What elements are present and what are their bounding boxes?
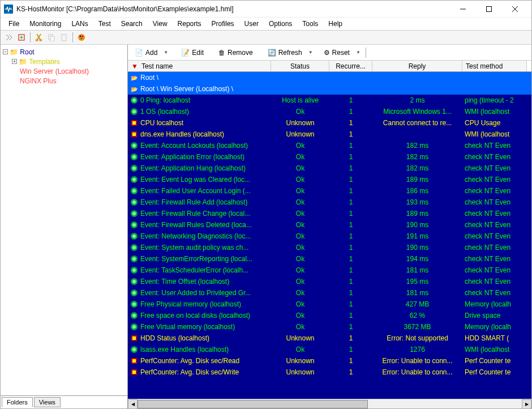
tree-winserver[interactable]: Win Server (Localhost) [3, 66, 125, 76]
row-name: Free Physical memory (localhost) [140, 300, 241, 308]
table-row[interactable]: Event: Account Lockouts (localhost)Ok118… [128, 140, 531, 151]
tb-copy-icon[interactable] [45, 32, 58, 42]
row-method: check NT Even [462, 232, 527, 240]
collapse-icon[interactable]: − [3, 49, 8, 54]
menu-test[interactable]: Test [94, 19, 115, 29]
row-reply: 182 ms [372, 164, 462, 172]
menu-profiles[interactable]: Profiles [207, 19, 239, 29]
table-row[interactable]: Event: Event Log was Cleared (loc...Ok11… [128, 174, 531, 185]
menu-help[interactable]: Help [324, 19, 347, 29]
edit-button[interactable]: 📝 Edit [178, 48, 207, 58]
table-row[interactable]: 1 OS (localhost)Ok1Microsoft Windows 1..… [128, 106, 531, 117]
tb-cut-icon[interactable] [33, 32, 45, 42]
table-row[interactable]: Event: Firewall Rule Add (localhost)Ok11… [128, 197, 531, 208]
table-row[interactable]: dns.exe Handles (localhost)Unknown1WMI (… [128, 129, 531, 140]
table-row[interactable]: Event: User Added to Privileged Gr...Ok1… [128, 287, 531, 299]
scroll-right-button[interactable]: ▶ [522, 399, 531, 409]
tb-paste-icon[interactable] [58, 32, 70, 42]
col-reply[interactable]: Reply [372, 61, 462, 71]
col-status[interactable]: Status [271, 61, 329, 71]
col-recurrence[interactable]: Recurre... [329, 61, 372, 71]
row-name: PerfCounter: Avg. Disk sec/Write [140, 368, 239, 376]
tab-views[interactable]: Views [34, 397, 61, 407]
row-status: Ok [271, 278, 329, 286]
refresh-button[interactable]: 🔄 Refresh [264, 48, 306, 58]
table-row[interactable]: PerfCounter: Avg. Disk sec/ReadUnknown1E… [128, 355, 531, 367]
status-icon [130, 210, 138, 218]
remove-button[interactable]: 🗑 Remove [215, 48, 256, 58]
table-row[interactable]: Event: Firewall Rule Change (local...Ok1… [128, 208, 531, 219]
add-button[interactable]: 📄 Add [131, 48, 161, 58]
table-row[interactable]: Event: Firewall Rules Deleted (loca...Ok… [128, 219, 531, 231]
row-status: Ok [271, 210, 329, 218]
table-row[interactable]: Event: SystemErrorReporting (local...Ok1… [128, 253, 531, 265]
table-row[interactable]: Event: Application Error (localhost)Ok11… [128, 151, 531, 163]
table-row[interactable]: Event: Networking Diagnostics (loc...Ok1… [128, 231, 531, 242]
table-row[interactable]: 0 Ping: localhostHost is alive12 msping … [128, 95, 531, 106]
row-name: dns.exe Handles (localhost) [140, 130, 224, 138]
table-row[interactable]: Event: Application Hang (localhost)Ok118… [128, 163, 531, 174]
row-name: Event: Firewall Rule Add (localhost) [140, 198, 247, 206]
row-method: check NT Even [462, 164, 527, 172]
table-row[interactable]: CPU localhostUnknown1Cannot connect to r… [128, 117, 531, 129]
table-row[interactable]: lsass.exe Handles (localhost)Ok11276WMI … [128, 344, 531, 355]
status-icon [130, 357, 138, 365]
table-row[interactable]: Event: Time Offset (localhost)Ok1195 msc… [128, 276, 531, 287]
table-row[interactable]: PerfCounter: Avg. Disk sec/WriteUnknown1… [128, 367, 531, 378]
row-status: Ok [271, 198, 329, 206]
tree-root[interactable]: − 📁 Root [3, 47, 125, 57]
table-row[interactable]: Free Physical memory (localhost)Ok1427 M… [128, 299, 531, 310]
reset-button[interactable]: ⚙ Reset [320, 48, 353, 58]
refresh-dropdown[interactable]: ▼ [307, 50, 315, 55]
menu-reports[interactable]: Reports [173, 19, 206, 29]
menu-lans[interactable]: LANs [67, 19, 92, 29]
tb-palette-icon[interactable] [75, 32, 88, 42]
svg-point-57 [132, 325, 136, 329]
menu-options[interactable]: Options [264, 19, 297, 29]
add-dropdown[interactable]: ▼ [162, 50, 170, 55]
table-row[interactable]: 📂Root \ Win Server (Localhost) \ [128, 83, 531, 95]
right-pane: 📄 Add ▼ 📝 Edit 🗑 Remove 🔄 Refresh ▼ [128, 45, 531, 408]
minimize-button[interactable] [450, 1, 476, 18]
row-reply: 182 ms [372, 153, 462, 161]
menubar: File Monitoring LANs Test Search View Re… [1, 18, 531, 30]
scroll-thumb[interactable] [138, 400, 368, 408]
table-row[interactable]: Free space on local disks (localhost)Ok1… [128, 310, 531, 321]
table-row[interactable]: HDD Status (localhost)Unknown1Error: Not… [128, 333, 531, 344]
menu-monitoring[interactable]: Monitoring [25, 19, 66, 29]
table-row[interactable]: Free Virtual memory (localhost)Ok13672 M… [128, 321, 531, 333]
table-row[interactable]: Event: TaskSchedulerError (localh...Ok11… [128, 265, 531, 276]
col-method[interactable]: Test method [462, 61, 527, 71]
menu-user[interactable]: User [240, 19, 263, 29]
reset-dropdown[interactable]: ▼ [354, 50, 362, 55]
svg-point-17 [132, 99, 136, 102]
folder-tree[interactable]: − 📁 Root + 📁 Templates Win Server (Local… [1, 45, 127, 395]
scroll-track[interactable] [138, 399, 522, 409]
menu-tools[interactable]: Tools [298, 19, 323, 29]
row-reply: Error: Unable to conn... [372, 357, 462, 365]
svg-rect-65 [132, 370, 136, 374]
menu-view[interactable]: View [148, 19, 172, 29]
tb-collapse-icon[interactable] [3, 32, 15, 42]
tree-templates[interactable]: + 📁 Templates [3, 57, 125, 66]
row-name: 0 Ping: localhost [140, 96, 190, 104]
tree-nginx[interactable]: NGINX Plus [3, 76, 125, 86]
row-status: Ok [271, 323, 329, 331]
scroll-left-button[interactable]: ◀ [128, 399, 138, 409]
table-row[interactable]: 📂Root \ [128, 72, 531, 83]
menu-file[interactable]: File [4, 19, 24, 29]
maximize-button[interactable] [476, 1, 502, 18]
tab-folders[interactable]: Folders [2, 397, 33, 407]
test-grid[interactable]: ▼ Test name Status Recurre... Reply Test… [128, 61, 531, 399]
horizontal-scrollbar[interactable]: ◀ ▶ [128, 399, 531, 408]
table-row[interactable]: Event: Failed User Account Login (...Ok1… [128, 185, 531, 197]
tb-new-icon[interactable] [15, 32, 28, 42]
menu-search[interactable]: Search [117, 19, 147, 29]
row-reply: 191 ms [372, 232, 462, 240]
folder-icon: 📂 [130, 85, 138, 93]
col-name[interactable]: ▼ Test name [128, 61, 271, 71]
row-method: Perf Counter te [462, 357, 527, 365]
close-button[interactable] [502, 1, 528, 18]
expand-icon[interactable]: + [12, 59, 17, 64]
table-row[interactable]: Event: System audit policy was ch...Ok11… [128, 242, 531, 253]
